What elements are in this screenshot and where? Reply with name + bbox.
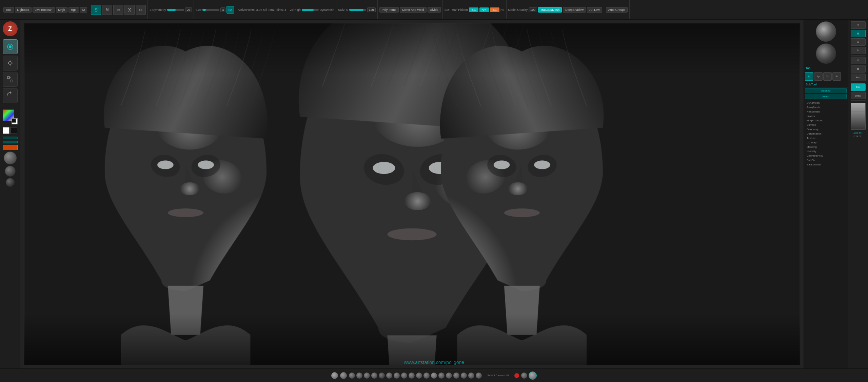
sphere-preview-3[interactable]: [6, 178, 15, 187]
panel-title-tool[interactable]: Tool: [804, 65, 848, 71]
sphere-5[interactable]: [364, 373, 370, 379]
tool-draw[interactable]: [3, 39, 18, 54]
black-swatch[interactable]: [11, 127, 17, 134]
symmetry-section: Z Symmetry 29: [148, 0, 194, 19]
subtool-item-13[interactable]: Geometry HD: [805, 154, 847, 158]
subdiv-slider[interactable]: [302, 9, 319, 11]
sphere-11[interactable]: [409, 373, 415, 379]
right-icon-2[interactable]: ▣: [851, 30, 866, 37]
main-canvas: [20, 20, 804, 368]
subtool-item-12[interactable]: Visibility: [805, 149, 847, 154]
tool-grid-item-3[interactable]: Cp: [823, 72, 832, 81]
sphere-15[interactable]: [438, 373, 445, 379]
sphere-21[interactable]: [521, 373, 527, 379]
viewport[interactable]: [24, 23, 800, 365]
symmetry-icon[interactable]: X: [124, 5, 135, 15]
subtool-item-5[interactable]: Morph Target: [805, 118, 847, 123]
right-icon-1[interactable]: ✕: [851, 21, 866, 29]
sphere-selected[interactable]: [529, 371, 537, 380]
mat-slider-2[interactable]: [3, 141, 18, 143]
menu-tool[interactable]: Tool: [3, 7, 14, 13]
symmetry-slider[interactable]: 29: [167, 7, 192, 12]
panel-title-subtool[interactable]: SubTool: [804, 82, 848, 87]
sphere-17[interactable]: [453, 373, 459, 379]
sphere-6[interactable]: [371, 373, 377, 379]
sphere-16[interactable]: [446, 373, 452, 379]
subtool-item-9[interactable]: Texture: [805, 136, 847, 140]
subtool-item-15[interactable]: Background: [805, 162, 847, 167]
menu-mrgb[interactable]: Mrgb: [56, 7, 68, 13]
subtool-item-2[interactable]: ArrayMesh: [805, 105, 847, 109]
deep-shadow-btn[interactable]: DeepShadow: [563, 7, 586, 13]
right-icon-5[interactable]: ⊘: [851, 57, 866, 64]
sphere-20[interactable]: [476, 373, 482, 379]
append-btn[interactable]: Append: [805, 88, 847, 93]
tool-scale[interactable]: [3, 72, 18, 87]
matcap-btn[interactable]: MatCap/Mesh: [538, 7, 562, 13]
subtool-item-8[interactable]: Deformation: [805, 132, 847, 136]
right-icon-8[interactable]: Edit: [851, 83, 866, 91]
orange-btn-1[interactable]: 3.1: [490, 7, 500, 12]
sphere-8[interactable]: [386, 373, 392, 379]
menu-m[interactable]: M: [80, 7, 87, 13]
menu-rgb[interactable]: Rgb: [68, 7, 79, 13]
insert-btn[interactable]: Insert: [805, 94, 847, 99]
subtool-item-10[interactable]: UV Map: [805, 140, 847, 145]
sphere-3[interactable]: [349, 373, 355, 379]
white-swatch[interactable]: [3, 127, 9, 134]
local-sym-icon[interactable]: LS: [136, 5, 146, 15]
right-slider-v1[interactable]: [851, 103, 866, 130]
sphere-7[interactable]: [379, 373, 385, 379]
sphere-13[interactable]: [423, 373, 430, 379]
right-icon-4[interactable]: ↻: [851, 47, 866, 54]
tool-move[interactable]: [3, 56, 18, 71]
aa-low-btn[interactable]: AA Low: [587, 7, 602, 13]
black-color[interactable]: [12, 119, 16, 123]
sphere-14[interactable]: [431, 373, 437, 379]
color-swatch-area[interactable]: [3, 109, 18, 124]
orange-slider[interactable]: [3, 145, 18, 150]
sphere-9[interactable]: [394, 373, 400, 379]
polyframe-btn[interactable]: PolyFrame: [379, 7, 399, 13]
bottom-sphere-1[interactable]: [331, 372, 338, 379]
subtool-item-4[interactable]: Layers: [805, 114, 847, 118]
dynamic-icon[interactable]: Dyn: [226, 6, 234, 14]
subtool-item-1[interactable]: DynaMesh: [805, 101, 847, 105]
brush-icon-3[interactable]: SB: [113, 5, 123, 15]
menu-live-boolean[interactable]: Live Boolean: [33, 7, 55, 13]
sphere-18[interactable]: [461, 373, 467, 379]
sphere-10[interactable]: [401, 373, 407, 379]
subtool-item-6[interactable]: Surface: [805, 123, 847, 127]
right-icon-6[interactable]: ▦: [851, 65, 866, 73]
mirror-weld-btn[interactable]: Mirror And Weld: [400, 7, 426, 13]
sphere-4[interactable]: [356, 373, 362, 379]
subdiv-level-slider[interactable]: [349, 9, 366, 11]
teal-btn-1[interactable]: 3.1: [469, 7, 479, 12]
subtool-item-14[interactable]: SubDiv: [805, 158, 847, 162]
tool-grid-item-4[interactable]: Pt: [832, 72, 841, 81]
subtool-item-3[interactable]: NanoMesh: [805, 109, 847, 114]
render-canvas[interactable]: [24, 23, 800, 365]
tool-grid-item-1[interactable]: Fr: [805, 72, 813, 81]
tool-rotate[interactable]: [3, 88, 18, 103]
sphere-12[interactable]: [416, 373, 422, 379]
sphere-preview-1[interactable]: [4, 152, 17, 164]
sphere-19[interactable]: [468, 373, 474, 379]
right-icon-3[interactable]: ⊞: [851, 38, 866, 46]
sphere-preview-2[interactable]: [5, 166, 16, 177]
teal-btn-2[interactable]: V+: [479, 7, 489, 12]
right-icon-9[interactable]: Draw: [851, 92, 866, 99]
size-slider[interactable]: 4: [202, 7, 225, 12]
bottom-sphere-2[interactable]: [340, 372, 347, 379]
subtool-item-11[interactable]: Masking: [805, 145, 847, 149]
menu-lightbox[interactable]: LightBox: [15, 7, 32, 13]
subtool-item-7[interactable]: Geometry: [805, 127, 847, 132]
brush-icon-2[interactable]: M: [102, 5, 112, 15]
divide-btn[interactable]: Divide: [428, 7, 441, 13]
red-dot[interactable]: [514, 373, 519, 378]
tool-grid-item-2[interactable]: Ap: [814, 72, 823, 81]
auto-groups-btn[interactable]: Auto Groups: [606, 7, 628, 13]
mat-slider-1[interactable]: [3, 137, 18, 139]
standard-brush-icon[interactable]: S: [91, 5, 101, 15]
right-icon-7[interactable]: Frm: [851, 74, 866, 81]
